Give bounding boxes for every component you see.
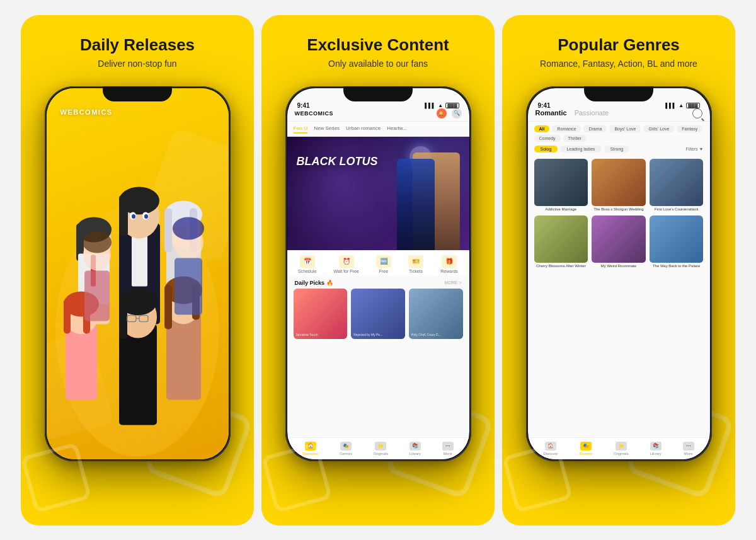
bnav-originals-3[interactable]: ⭐ Originals <box>614 442 629 456</box>
bnav-originals-2[interactable]: ⭐ Originals <box>373 442 388 456</box>
manga-card-3[interactable]: Cherry Blossoms After Winter <box>534 215 588 268</box>
sort-strong[interactable]: Strong <box>604 146 630 152</box>
bnav-more-label-2: More <box>444 452 452 456</box>
pick-card-3[interactable]: Holy Chef, Crazy D... <box>409 289 463 339</box>
chip-drama[interactable]: Drama <box>583 125 607 132</box>
sort-bar: Solog Leading ladies Strong Filters ▼ <box>528 143 710 155</box>
svg-rect-21 <box>66 324 97 399</box>
panel-popular-genres: Popular Genres Romance, Fantasy, Action,… <box>502 15 735 526</box>
daily-picks-header: Daily Picks 🔥 MORE > <box>287 276 469 289</box>
panels-container: Daily Releases Deliver non-stop fun WEBC… <box>0 0 756 540</box>
tab-new-series[interactable]: New Series <box>314 124 340 134</box>
panel-2-title: Exclusive Content <box>307 35 449 55</box>
tab-urban-romance[interactable]: Urban romance <box>346 124 381 134</box>
svg-point-42 <box>173 217 204 239</box>
phone-notch-3 <box>584 86 653 101</box>
genre-tabs: Romantic Passionate <box>536 109 609 118</box>
chip-boys-love[interactable]: Boys' Love <box>609 125 641 132</box>
filter-chips: All Romance Drama Boys' Love Girls' Love… <box>528 122 710 143</box>
more-icon-2: ⋯ <box>442 442 454 451</box>
nav-free[interactable]: 🆓 Free <box>376 255 391 273</box>
manga-thumb-4 <box>592 215 646 263</box>
panel-3-subtitle: Romance, Fantasy, Action, BL and more <box>540 59 697 69</box>
pick-card-1[interactable]: Sensitive Touch <box>294 289 348 339</box>
sort-leading[interactable]: Leading ladies <box>560 146 601 152</box>
filter-button[interactable]: Filters ▼ <box>686 147 704 151</box>
panel-1-subtitle: Deliver non-stop fun <box>98 59 176 69</box>
manga-thumb-2 <box>650 159 704 206</box>
daily-picks-title: Daily Picks 🔥 <box>295 280 333 286</box>
notification-icon[interactable]: 🔔 <box>437 108 447 118</box>
more-link[interactable]: MORE > <box>444 280 461 285</box>
manga-title-4: My Weird Roommate <box>592 264 646 268</box>
banner-char-2 <box>397 159 435 250</box>
bnav-library-3[interactable]: 📚 Library <box>650 442 661 456</box>
manga-card-5[interactable]: The Way Back to the Palace <box>650 215 704 268</box>
nav-tickets[interactable]: 🎫 Tickets <box>408 255 423 273</box>
bnav-discover-3[interactable]: 🏠 Discover <box>543 442 558 456</box>
tab-fou-u[interactable]: Fou U <box>294 124 308 134</box>
bnav-more-2[interactable]: ⋯ More <box>442 442 454 456</box>
genre-search-icon[interactable] <box>692 108 702 118</box>
panel-1-title: Daily Releases <box>80 35 195 55</box>
manga-title-1: The Boss x Shotgun Wedding <box>592 207 646 212</box>
bnav-originals-label-3: Originals <box>614 452 629 456</box>
bnav-genres-2[interactable]: 🎭 Genres <box>340 442 352 456</box>
picks-grid: Sensitive Touch Rejected by My Po... Hol… <box>287 289 469 339</box>
manga-thumb-5 <box>650 215 704 263</box>
manga-title-5: The Way Back to the Palace <box>650 264 704 268</box>
library-icon-3: 📚 <box>650 442 662 451</box>
bnav-originals-label-2: Originals <box>373 452 388 456</box>
phone-mockup-2: 9:41 ▌▌▌ ▲ ▓▓▓ WEBCOMICS 🔔 🔍 <box>285 86 471 461</box>
nav-rewards[interactable]: 🎁 Rewards <box>440 255 458 273</box>
sort-solog[interactable]: Solog <box>534 146 558 152</box>
manga-illustration <box>47 101 229 459</box>
chip-thriller[interactable]: Thriller <box>563 135 587 142</box>
svg-rect-40 <box>84 270 110 321</box>
app-header-2: WEBCOMICS 🔔 🔍 <box>287 106 469 122</box>
chip-fantasy[interactable]: Fantasy <box>677 125 702 132</box>
manga-card-0[interactable]: Addictive Marriage <box>534 159 588 212</box>
originals-icon-2: ⭐ <box>375 442 386 451</box>
bnav-discover-label-3: Discover <box>543 452 558 456</box>
genre-tab-passionate[interactable]: Passionate <box>575 109 609 118</box>
manga-card-2[interactable]: First Love's Counterattack <box>650 159 704 212</box>
tab-heartw[interactable]: Heartw... <box>387 124 407 134</box>
chip-girls-love[interactable]: Girls' Love <box>643 125 674 132</box>
bnav-discover-2[interactable]: 🏠 Discover <box>302 442 318 456</box>
chip-romance[interactable]: Romance <box>552 125 581 132</box>
pick-card-2[interactable]: Rejected by My Po... <box>351 289 405 339</box>
panel-3-title: Popular Genres <box>558 35 680 55</box>
manga-thumb-0 <box>534 159 588 206</box>
manga-card-4[interactable]: My Weird Roommate <box>592 215 646 268</box>
bnav-more-3[interactable]: ⋯ More <box>683 442 694 456</box>
svg-rect-24 <box>64 299 71 333</box>
bottom-nav-2: 🏠 Discover 🎭 Genres ⭐ Originals 📚 Librar… <box>287 437 469 459</box>
nav-wait-free[interactable]: ⏰ Wait for Free <box>333 255 358 273</box>
svg-point-39 <box>83 231 112 253</box>
bnav-more-label-3: More <box>684 452 693 456</box>
chip-all[interactable]: All <box>534 125 550 132</box>
panel-2-subtitle: Only available to our fans <box>328 59 428 69</box>
search-icon-2[interactable]: 🔍 <box>452 108 462 118</box>
bnav-library-2[interactable]: 📚 Library <box>410 442 421 456</box>
screen-1: WEBCOMICS <box>47 88 229 459</box>
manga-title-3: Cherry Blossoms After Winter <box>534 264 588 268</box>
manga-title-0: Addictive Marriage <box>534 207 588 212</box>
tab-bar-2: Fou U New Series Urban romance Heartw... <box>287 122 469 137</box>
manga-thumb-3 <box>534 215 588 263</box>
genre-tab-romantic[interactable]: Romantic <box>536 109 567 118</box>
bnav-genres-3[interactable]: 🎭 Genres <box>580 442 593 456</box>
bnav-genres-label-3: Genres <box>580 452 593 456</box>
genres-icon-2: 🎭 <box>340 442 352 451</box>
svg-rect-43 <box>175 258 202 314</box>
manga-card-1[interactable]: The Boss x Shotgun Wedding <box>592 159 646 212</box>
filter-arrow: ▼ <box>699 147 704 151</box>
nav-schedule[interactable]: 📅 Schedule <box>298 255 316 273</box>
bnav-library-label-3: Library <box>650 452 661 456</box>
featured-banner[interactable]: BLACK LOTUS <box>287 137 469 250</box>
bnav-genres-label-2: Genres <box>340 452 352 456</box>
chip-comedy[interactable]: Comedy <box>534 135 561 142</box>
svg-point-15 <box>144 214 148 219</box>
header-icons-2: 🔔 🔍 <box>437 108 462 118</box>
